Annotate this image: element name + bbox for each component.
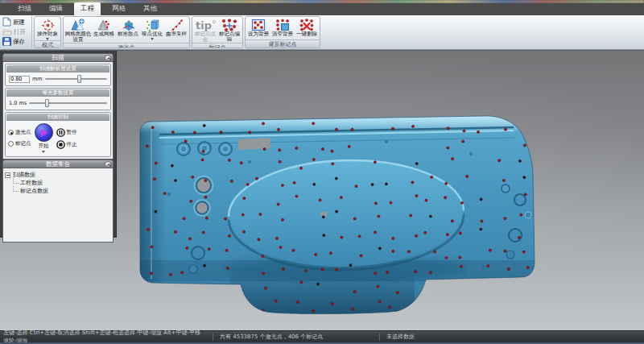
file-button[interactable]: 保存 — [2, 37, 31, 47]
mouse-hints: 左键-选择 Ctrl+左键-取消选择 Shift+左键-框选选择 中键-缩放 A… — [3, 329, 206, 344]
open-folder-icon — [2, 27, 12, 38]
file-button[interactable]: 新建 — [2, 18, 31, 27]
separator — [379, 334, 380, 341]
ribbon-button-label: 生成网格 — [93, 31, 114, 37]
resolution-box: 扫描解析度设置 mm — [5, 64, 111, 86]
exposure-box: 曝光参数设置 1.0 ms — [5, 88, 111, 110]
ribbon-button[interactable]: 清空背景 — [270, 18, 295, 39]
tip-logo-icon: tip — [195, 19, 216, 31]
tab-1[interactable]: 扫描 — [11, 2, 38, 15]
ribbon-button-label: 标准散点 — [118, 31, 138, 37]
svg-text:tip: tip — [196, 19, 212, 31]
radio-laser-points[interactable]: 激光点 — [8, 129, 31, 136]
ribbon-tabbar: 扫描编辑工程网格其他 — [0, 3, 644, 15]
set-background-icon — [251, 19, 266, 31]
collapse-icon[interactable] — [105, 161, 111, 168]
ribbon-button-label: 设为背景 — [248, 31, 269, 37]
scan-panel-body: 扫描解析度设置 mm 曝光参数设置 1.0 ms — [2, 62, 114, 160]
ribbon-button[interactable]: 操作对象 — [35, 18, 60, 40]
resolution-unit: mm — [32, 76, 43, 82]
target-icon — [41, 19, 55, 31]
data-tree: 扫描数据 工程数据标记点数据 — [2, 168, 114, 242]
ribbon-button-label: 噪点优化 — [142, 31, 163, 37]
tab-4[interactable]: 网格 — [105, 2, 132, 15]
ribbon-group: tip标记点优化标记点编辑标记点 — [192, 16, 243, 48]
tree-connector — [13, 186, 19, 192]
ribbon-button[interactable]: 设为背景 — [246, 18, 270, 39]
scan-panel-header: 扫描 — [2, 53, 114, 62]
tab-5[interactable]: 其他 — [137, 2, 163, 15]
file-button[interactable]: 打开 — [2, 27, 31, 37]
ribbon-group-label: 模式 — [35, 40, 60, 48]
collapse-icon[interactable] — [105, 55, 111, 61]
ribbon-group-label: 标记点 — [192, 43, 242, 48]
exposure-slider[interactable] — [29, 99, 107, 107]
tree-item[interactable]: 标记点数据 — [5, 187, 111, 195]
exposure-value: 1.0 ms — [9, 100, 27, 106]
ribbon-groups: 操作对象模式网格面颜色设置生成网格标准散点噪点优化曲率采样激光点tip标记点优化… — [32, 16, 320, 48]
point-counts: 共有 4533875 个激光点，406 个标记点 — [220, 333, 373, 341]
ribbon-button-label: 清空背景 — [272, 31, 293, 37]
scan-control-box: 扫描控制 激光点 标记点 — [5, 112, 111, 157]
ribbon-button-label: 操作对象 — [37, 31, 58, 37]
resolution-title: 扫描解析度设置 — [6, 65, 109, 73]
radio-dot — [8, 141, 14, 147]
ribbon-button[interactable]: 生成网格 — [92, 18, 116, 43]
ribbon-button[interactable]: 曲率采样 — [164, 18, 188, 43]
selection-status: 未选择数据 — [386, 333, 415, 341]
delete-markers-icon — [299, 19, 314, 31]
ribbon-button-label: 标记点优化 — [193, 31, 217, 43]
left-dock: 扫描 扫描解析度设置 mm 曝光参数设置 — [0, 51, 117, 238]
dropdown-caret[interactable] — [151, 38, 154, 40]
ribbon-group: 设为背景清空背景一键删除背景标记点 — [245, 16, 320, 48]
ribbon-button[interactable]: 噪点优化 — [140, 18, 164, 43]
curvature-sample-icon — [170, 19, 184, 31]
clear-background-icon — [275, 19, 290, 31]
resolution-slider[interactable] — [45, 75, 107, 83]
pause-icon — [56, 128, 65, 137]
stop-icon — [56, 140, 65, 149]
save-icon — [2, 37, 11, 48]
ribbon-group-label: 背景标记点 — [246, 39, 320, 48]
ribbon-button[interactable]: 网格面颜色设置 — [64, 18, 92, 43]
ribbon-button[interactable]: 一键删除 — [295, 18, 319, 39]
file-button-label: 新建 — [13, 19, 25, 27]
resolution-input[interactable] — [9, 76, 30, 83]
ribbon-button-label: 曲率采样 — [166, 31, 187, 37]
file-button-label: 保存 — [13, 38, 25, 46]
start-scan-button[interactable] — [35, 123, 53, 142]
file-button-label: 打开 — [14, 28, 26, 36]
tree-item-label: 工程数据 — [20, 179, 43, 187]
separator — [213, 334, 213, 341]
exposure-title: 曝光参数设置 — [6, 89, 109, 97]
ribbon-button[interactable]: tip标记点优化 — [193, 18, 217, 43]
ribbon-button-label: 标记点编辑 — [217, 31, 242, 43]
pause-button[interactable]: 暂停 — [56, 128, 77, 137]
scan-panel-title: 扫描 — [52, 54, 64, 61]
status-bar: 左键-选择 Ctrl+左键-取消选择 Shift+左键-框选选择 中键-缩放 A… — [0, 330, 644, 344]
main-area: 扫描 扫描解析度设置 mm 曝光参数设置 — [0, 50, 644, 330]
ribbon-button[interactable]: 标准散点 — [116, 18, 140, 43]
tree-expander-icon[interactable] — [5, 172, 10, 178]
start-dropdown-caret[interactable] — [42, 151, 45, 153]
tree-item[interactable]: 工程数据 — [5, 179, 111, 187]
marker-edit-icon — [221, 19, 237, 31]
ribbon-button[interactable]: 标记点编辑 — [217, 18, 242, 43]
ribbon-button-label: 一键删除 — [296, 31, 317, 37]
ribbon-group: 操作对象模式 — [34, 16, 61, 48]
tab-3[interactable]: 工程 — [74, 2, 101, 15]
tree-connector — [13, 178, 19, 184]
play-icon — [41, 129, 47, 137]
radio-marker-points[interactable]: 标记点 — [8, 140, 31, 147]
tab-2[interactable]: 编辑 — [43, 2, 69, 15]
ribbon-button-label: 网格面颜色设置 — [64, 31, 92, 43]
generate-mesh-icon — [97, 19, 111, 31]
data-panel-title: 数据集合 — [46, 160, 70, 168]
stop-button[interactable]: 停止 — [56, 140, 77, 149]
tree-item-label: 标记点数据 — [20, 187, 48, 195]
tree-root-scan-data[interactable]: 扫描数据 — [5, 171, 111, 179]
mesh-color-icon — [71, 19, 85, 31]
radio-dot — [8, 130, 14, 135]
start-label: 开始 — [39, 143, 49, 150]
ribbon-group: 网格面颜色设置生成网格标准散点噪点优化曲率采样激光点 — [63, 16, 190, 48]
